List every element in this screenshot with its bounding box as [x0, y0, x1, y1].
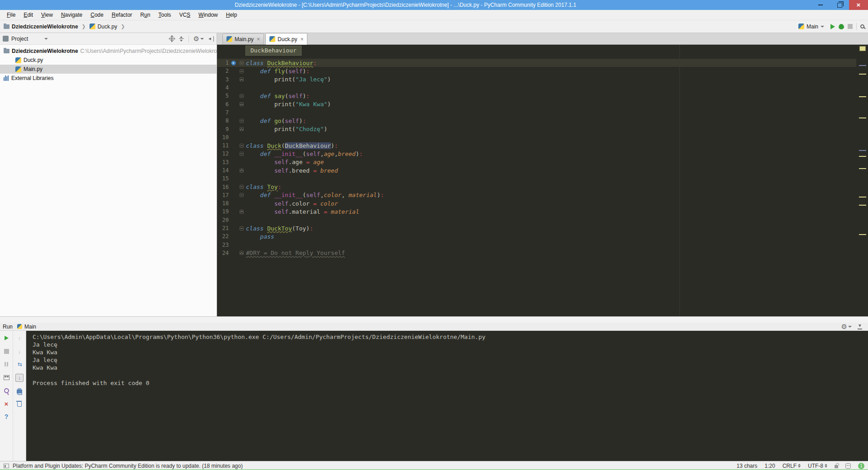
line-number[interactable]: 4	[217, 85, 229, 91]
code-editor[interactable]: DuckBehaviour 1▾class DuckBehaviour:2 de…	[217, 45, 868, 316]
line-number[interactable]: 20	[217, 217, 229, 223]
line-number[interactable]: 15	[217, 175, 229, 182]
code-line-13[interactable]: 13 self.age = age	[217, 158, 856, 166]
line-ending-selector[interactable]: CRLF	[783, 463, 801, 469]
line-number[interactable]: 17	[217, 192, 229, 198]
line-number[interactable]: 5	[217, 93, 229, 99]
code-line-21[interactable]: 21class DuckToy(Toy):	[217, 224, 856, 232]
menu-tools[interactable]: Tools	[154, 12, 175, 18]
code-line-5[interactable]: 5 def say(self):	[217, 92, 856, 100]
warning-stripe-mark[interactable]	[859, 205, 866, 206]
run-console-output[interactable]: C:\Users\Admin\AppData\Local\Programs\Py…	[26, 331, 868, 461]
warning-stripe-mark[interactable]	[859, 156, 866, 157]
chevron-down-icon[interactable]	[44, 38, 48, 40]
menu-vcs[interactable]: VCS	[175, 12, 194, 18]
line-number[interactable]: 24	[217, 250, 229, 256]
fold-marker-icon[interactable]	[238, 210, 245, 214]
code-line-1[interactable]: 1▾class DuckBehaviour:	[217, 59, 856, 67]
menu-refactor[interactable]: Refactor	[108, 12, 136, 18]
stop-button[interactable]	[848, 24, 853, 29]
code-line-23[interactable]: 23	[217, 241, 856, 249]
rerun-button[interactable]	[3, 334, 10, 342]
code-line-4[interactable]: 4	[217, 84, 856, 92]
close-button[interactable]	[849, 0, 868, 10]
line-number[interactable]: 6	[217, 101, 229, 108]
code-line-7[interactable]: 7	[217, 108, 856, 117]
error-stripe[interactable]	[856, 45, 868, 316]
fold-marker-icon[interactable]	[238, 251, 245, 255]
close-tab-icon[interactable]: ×	[300, 36, 303, 42]
menu-window[interactable]: Window	[194, 12, 222, 18]
fold-marker-icon[interactable]	[238, 169, 245, 173]
lock-icon[interactable]	[835, 465, 838, 468]
code-line-20[interactable]: 20	[217, 216, 856, 224]
run-tab-main[interactable]: Main	[15, 324, 38, 330]
warning-stripe-mark[interactable]	[859, 234, 866, 235]
line-number[interactable]: 10	[217, 134, 229, 141]
code-line-9[interactable]: 9 print("Chodzę")	[217, 125, 856, 133]
print-icon[interactable]	[16, 388, 23, 395]
fold-marker-icon[interactable]	[238, 77, 245, 81]
menu-edit[interactable]: Edit	[19, 12, 37, 18]
code-line-6[interactable]: 6 print("Kwa Kwa")	[217, 100, 856, 108]
code-line-22[interactable]: 22 pass	[217, 232, 856, 240]
line-number[interactable]: 11	[217, 142, 229, 149]
line-number[interactable]: 18	[217, 200, 229, 207]
editor-tab-main-py[interactable]: Main.py×	[222, 33, 264, 44]
locate-file-icon[interactable]	[170, 36, 175, 41]
fold-marker-icon[interactable]	[238, 152, 245, 156]
status-message[interactable]: Platform and Plugin Updates: PyCharm Com…	[13, 463, 243, 469]
inspection-profile-icon[interactable]	[845, 463, 851, 469]
debug-button[interactable]	[839, 24, 844, 29]
breadcrumb-file[interactable]: Duck.py	[98, 24, 117, 30]
menu-navigate[interactable]: Navigate	[57, 12, 86, 18]
line-number[interactable]: 13	[217, 159, 229, 165]
warning-stripe-mark[interactable]	[859, 118, 866, 118]
code-line-11[interactable]: 11class Duck(DuckBehaviour):	[217, 141, 856, 150]
code-line-10[interactable]: 10	[217, 133, 856, 141]
run-panel-title[interactable]: Run	[3, 324, 13, 330]
use-soft-wraps-icon[interactable]: ⇆	[16, 361, 23, 368]
fold-marker-icon[interactable]	[238, 144, 245, 148]
fold-marker-icon[interactable]	[238, 94, 245, 98]
menu-code[interactable]: Code	[86, 12, 108, 18]
pin-tab-icon[interactable]	[3, 387, 10, 394]
toggle-tool-windows-icon[interactable]	[4, 464, 9, 468]
fold-marker-icon[interactable]	[238, 193, 245, 197]
minimize-button[interactable]	[811, 0, 830, 10]
breadcrumb-project[interactable]: DziedziczenieWielokrotne	[12, 24, 78, 30]
notification-badge[interactable]: 1	[858, 463, 864, 469]
fold-marker-icon[interactable]	[238, 119, 245, 123]
hide-panel-icon[interactable]	[208, 36, 214, 42]
code-line-2[interactable]: 2 def fly(self):	[217, 67, 856, 75]
line-number[interactable]: 21	[217, 225, 229, 231]
fold-marker-icon[interactable]	[238, 61, 245, 65]
project-panel-title[interactable]: Project	[11, 36, 28, 42]
run-settings-button[interactable]: ⚙	[841, 323, 852, 330]
line-number[interactable]: 3	[217, 76, 229, 83]
tree-item-external-libraries[interactable]: External Libraries	[0, 74, 217, 83]
line-number[interactable]: 12	[217, 150, 229, 157]
menu-run[interactable]: Run	[136, 12, 154, 18]
code-line-18[interactable]: 18 self.color = color	[217, 199, 856, 207]
code-line-3[interactable]: 3 print("Ja lecę")	[217, 75, 856, 84]
pause-output-button[interactable]	[3, 361, 10, 368]
stop-process-button[interactable]	[3, 348, 10, 355]
menu-help[interactable]: Help	[222, 12, 241, 18]
encoding-selector[interactable]: UTF-8	[808, 463, 827, 469]
inspection-indicator[interactable]	[859, 46, 866, 51]
code-line-12[interactable]: 12 def __init__(self,age,breed):	[217, 150, 856, 158]
warning-stripe-mark[interactable]	[859, 96, 866, 97]
run-button[interactable]	[830, 24, 835, 29]
highlight-stripe-mark[interactable]	[859, 65, 866, 66]
fold-marker-icon[interactable]	[238, 127, 245, 131]
down-arrow-icon[interactable]: ↓	[16, 348, 23, 355]
code-line-15[interactable]: 15	[217, 174, 856, 183]
tree-item-main-py[interactable]: Main.py	[0, 65, 217, 74]
up-arrow-icon[interactable]: ↑	[16, 334, 23, 342]
line-number[interactable]: 19	[217, 208, 229, 215]
line-number[interactable]: 2	[217, 68, 229, 74]
hide-panel-icon[interactable]	[857, 324, 863, 329]
fold-marker-icon[interactable]	[238, 226, 245, 230]
code-line-16[interactable]: 16class Toy:	[217, 183, 856, 191]
